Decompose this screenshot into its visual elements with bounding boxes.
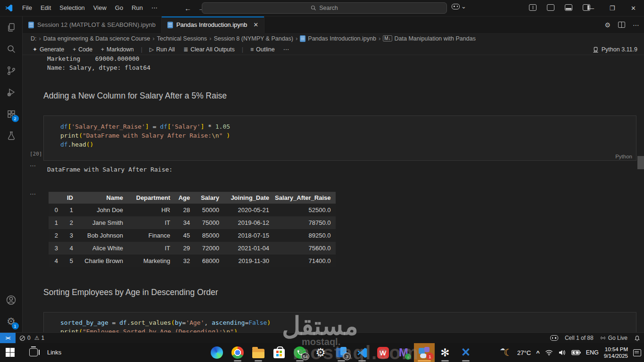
- code-line[interactable]: print("Employees Sorted by Age (Descendi…: [60, 327, 636, 332]
- vscode-taskbar-icon: [356, 347, 368, 359]
- breadcrumb-item-file[interactable]: Pandas Introduction.ipynb: [308, 35, 376, 42]
- action-center-icon[interactable]: [633, 349, 641, 356]
- run-debug-icon[interactable]: [0, 82, 23, 103]
- cell-indicator[interactable]: Cell 1 of 88: [565, 335, 594, 341]
- clock[interactable]: 10:54 PM 9/14/2025: [604, 346, 628, 359]
- links-toolbar-label[interactable]: Links: [47, 349, 61, 356]
- scrollbar-thumb[interactable]: [637, 156, 644, 169]
- taskbar-chrome[interactable]: [227, 343, 248, 362]
- taskbar-vscode[interactable]: [352, 343, 372, 362]
- settings-gear-icon[interactable]: ⚙ 1: [0, 311, 23, 332]
- edge-icon: [211, 346, 223, 359]
- errors-count[interactable]: 0: [27, 335, 31, 341]
- toolbar-divider: |: [141, 46, 142, 53]
- weather-icon[interactable]: ☁☾: [504, 348, 512, 357]
- menu-run[interactable]: Run: [127, 2, 147, 14]
- add-markdown-cell-button[interactable]: + Markdown: [98, 45, 137, 54]
- generate-button[interactable]: ✦ Generate: [29, 45, 67, 54]
- menu-more[interactable]: ⋯: [147, 2, 162, 14]
- cell-language-label[interactable]: Python: [615, 154, 632, 159]
- taskbar-whatsapp[interactable]: 54: [289, 343, 310, 362]
- weather-temperature[interactable]: 27°C: [517, 349, 531, 356]
- markdown-heading[interactable]: Adding a New Column for Salary After a 5…: [43, 91, 227, 101]
- taskbar-active-app[interactable]: 1: [414, 343, 435, 362]
- toggle-sidebar-icon[interactable]: [547, 4, 554, 11]
- menu-file[interactable]: File: [18, 2, 36, 14]
- table-row: 01John DoeHR28500002020-05-2152500.0: [49, 204, 336, 216]
- go-live-button[interactable]: Go Live: [600, 335, 627, 341]
- tab-session-12[interactable]: Session 12 (MATPLOT & SEABORN).ipynb: [23, 16, 162, 33]
- testing-icon[interactable]: [0, 125, 23, 147]
- output-collapse-icon[interactable]: ⋯: [30, 190, 36, 197]
- breadcrumb-item-session-8[interactable]: Session 8 (NYMPY & Pandas): [214, 35, 293, 42]
- copilot-chevron-icon: ⌄: [461, 3, 466, 10]
- toolbar-more-button[interactable]: ⋯: [280, 45, 293, 54]
- run-all-button[interactable]: ▷ Run All: [146, 45, 178, 54]
- code-cell[interactable]: sorted_by_age = df.sort_values(by='Age',…: [43, 312, 636, 332]
- tab-close-icon[interactable]: ✕: [253, 21, 258, 28]
- restore-button[interactable]: ❐: [602, 0, 623, 16]
- code-cell[interactable]: df['Salary_After_Raise'] = df['Salary'] …: [43, 115, 636, 161]
- input-language[interactable]: ENG: [586, 349, 599, 356]
- taskbar-chatgpt[interactable]: ✻: [435, 343, 455, 362]
- notebook-settings-icon[interactable]: ⚙: [604, 21, 611, 29]
- menu-edit[interactable]: Edit: [36, 2, 55, 14]
- taskbar-blue-app[interactable]: ✕: [455, 343, 476, 362]
- table-cell: 75000: [195, 216, 224, 229]
- taskbar-microsoft-365[interactable]: M↓: [393, 343, 414, 362]
- battery-icon[interactable]: [571, 350, 581, 355]
- close-button[interactable]: ✕: [623, 0, 644, 16]
- explorer-icon[interactable]: [0, 16, 23, 38]
- taskbar-microsoft-store[interactable]: [269, 343, 289, 362]
- add-code-cell-button[interactable]: + Code: [69, 45, 96, 54]
- output-collapse-icon[interactable]: ⋯: [30, 162, 36, 169]
- outline-button[interactable]: ≡ Outline: [247, 45, 278, 54]
- markdown-heading[interactable]: Sorting Employees by Age in Descending O…: [43, 288, 218, 297]
- search-input[interactable]: Search: [202, 2, 447, 14]
- wifi-icon[interactable]: [545, 349, 553, 356]
- taskbar-file-explorer[interactable]: [248, 343, 269, 362]
- editor-more-actions-icon[interactable]: ⋯: [633, 21, 639, 29]
- code-line[interactable]: sorted_by_age = df.sort_values(by='Age',…: [60, 318, 636, 327]
- copilot-button[interactable]: ⌄: [452, 3, 466, 10]
- nav-back-icon[interactable]: ←: [184, 4, 191, 12]
- taskbar-wps-office[interactable]: W: [372, 343, 393, 362]
- taskbar-phone-link[interactable]: 3: [331, 343, 352, 362]
- code-line[interactable]: df.head(): [60, 140, 636, 149]
- run-all-icon: ▷: [149, 46, 154, 53]
- tab-pandas-introduction[interactable]: Pandas Introduction.ipynb ✕: [162, 16, 264, 33]
- warnings-count[interactable]: 1: [41, 335, 44, 341]
- taskbar-edge[interactable]: [206, 343, 227, 362]
- search-sidebar-icon[interactable]: [0, 38, 23, 60]
- sparkle-icon: ✦: [33, 46, 37, 53]
- menu-go[interactable]: Go: [111, 2, 127, 14]
- accounts-icon[interactable]: [0, 289, 23, 311]
- kernel-picker[interactable]: Python 3.11.9: [593, 44, 637, 55]
- menu-view[interactable]: View: [89, 2, 111, 14]
- remote-indicator[interactable]: ><: [0, 333, 16, 344]
- menu-selection[interactable]: Selection: [55, 2, 89, 14]
- task-view-icon[interactable]: [29, 348, 38, 356]
- start-button-icon[interactable]: [6, 348, 15, 357]
- split-editor-icon[interactable]: [618, 22, 625, 28]
- table-cell: 1: [63, 204, 78, 216]
- code-line[interactable]: df['Salary_After_Raise'] = df['Salary'] …: [60, 122, 636, 131]
- taskbar-settings[interactable]: ⚙: [310, 343, 331, 362]
- copilot-status-icon[interactable]: [550, 335, 558, 341]
- breadcrumb-item-course[interactable]: Data engineering & Data science Course: [43, 35, 150, 42]
- toggle-panel-icon[interactable]: [565, 4, 572, 11]
- breadcrumb-item-technical-sessions[interactable]: Technical Sessions: [157, 35, 207, 42]
- customize-layout-icon[interactable]: [529, 4, 537, 11]
- notifications-bell-icon[interactable]: [634, 335, 640, 341]
- table-cell: 71400.0: [274, 255, 336, 267]
- breadcrumb-item-drive[interactable]: D:: [31, 35, 37, 42]
- source-control-icon[interactable]: [0, 60, 23, 82]
- breadcrumb-item-section[interactable]: Data Manipulation with Pandas: [395, 35, 476, 42]
- code-line[interactable]: print("DataFrame with Salary After Raise…: [60, 131, 636, 140]
- tray-overflow-chevron-icon[interactable]: ^: [536, 349, 540, 356]
- volume-icon[interactable]: [558, 349, 566, 356]
- table-cell: Finance: [128, 229, 175, 242]
- extensions-icon[interactable]: 2: [0, 103, 23, 125]
- clear-all-outputs-button[interactable]: ≣ Clear All Outputs: [180, 45, 238, 54]
- minimize-button[interactable]: —: [580, 0, 602, 16]
